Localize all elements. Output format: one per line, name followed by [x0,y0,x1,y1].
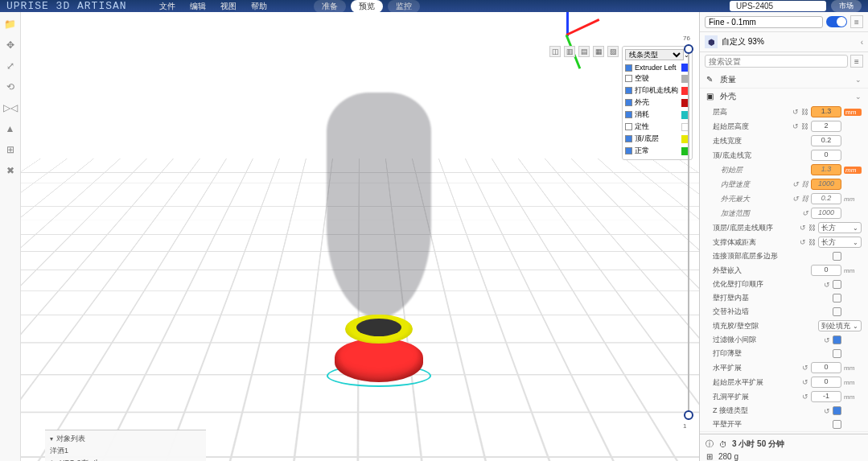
mirror-icon[interactable]: ▷◁ [3,101,18,115]
value-input[interactable]: -1 [811,391,841,402]
value-input[interactable]: 1.3 [811,164,841,175]
chain-icon[interactable]: ⛓ [808,238,816,246]
reset-icon[interactable]: ↺ [792,180,799,188]
printer-name[interactable]: UPS-2405 [730,1,826,11]
legend-item[interactable]: Extruder Left [625,63,689,72]
reset-icon[interactable]: ↺ [802,209,808,217]
legend-item[interactable]: 外壳 [625,97,689,109]
value-input[interactable]: 0 [811,362,841,373]
reset-icon[interactable]: ↺ [824,281,830,289]
menu-edit[interactable]: 编辑 [190,1,206,12]
view-left-icon[interactable]: ▦ [593,46,604,57]
rotate-icon[interactable]: ⟲ [3,80,18,94]
chain-icon[interactable]: ⛓ [801,122,808,130]
axis-x [566,19,599,36]
hamburger-icon[interactable]: ≡ [850,55,863,68]
value-input[interactable]: 1000 [811,208,841,219]
legend-item[interactable]: 空驶 [625,72,689,84]
menu-view[interactable]: 视图 [220,1,237,12]
view-right-icon[interactable]: ▧ [607,46,619,57]
checkbox[interactable] [833,294,841,303]
checkbox[interactable] [833,280,841,289]
support-icon[interactable]: ⊞ [3,142,18,157]
legend-item[interactable]: 消耗 [625,109,689,121]
reset-icon[interactable]: ↺ [824,407,830,415]
section-quality[interactable]: ✎ 质量 ⌄ [700,72,868,88]
dropdown[interactable]: 长方 [818,237,862,248]
back-icon[interactable]: ‹ [861,38,863,47]
checkbox[interactable] [833,252,841,261]
checkbox-icon[interactable] [625,64,632,72]
value-input[interactable]: 0 [811,377,841,388]
menu-icon[interactable]: ≡ [850,15,863,28]
model-preview[interactable] [335,310,423,382]
reset-icon[interactable]: ↺ [800,238,806,246]
layer-slider[interactable]: 76 1 [683,44,694,420]
tab-prepare[interactable]: 准备 [314,0,346,13]
list-item[interactable]: 洋酒1 [50,445,201,457]
value-input[interactable]: 0.2 [811,193,841,204]
value-input[interactable]: 1000 [811,179,841,190]
reset-icon[interactable]: ↺ [792,195,799,203]
slider-top-knob[interactable] [684,44,693,54]
reset-icon[interactable]: ↺ [802,393,808,401]
reset-icon[interactable]: ↺ [792,122,799,130]
value-input[interactable]: 0.2 [811,135,841,146]
dropdown[interactable]: 长方 [818,222,862,233]
value-input[interactable]: 1.3 [811,106,841,117]
value-input[interactable]: 0 [811,265,841,276]
checkbox-icon[interactable] [625,111,632,118]
scale-icon[interactable]: ⤢ [3,59,18,73]
mesh-icon[interactable]: ▲ [3,121,18,136]
marketplace-button[interactable]: 市场 [831,0,862,12]
chain-icon[interactable]: ⛓ [801,108,808,116]
view-front-icon[interactable]: ▥ [564,46,575,57]
checkbox[interactable] [833,420,841,429]
chain-icon[interactable]: ⛓ [801,195,808,203]
slider-bottom-knob[interactable] [684,410,693,420]
dropdown[interactable]: 到处填充 [818,320,862,331]
legend-item[interactable]: 定性 [625,121,689,133]
search-input[interactable] [705,55,848,68]
move-icon[interactable]: ✥ [3,38,18,52]
legend-item[interactable]: 顶/底层 [625,133,689,145]
object-list-title[interactable]: ▾对象列表 [50,433,201,445]
settings-icon[interactable]: ✖ [3,163,18,178]
open-icon[interactable]: 📁 [3,17,18,31]
reset-icon[interactable]: ↺ [800,224,806,232]
color-scheme-select[interactable]: 线条类型 [625,49,684,60]
reset-icon[interactable]: ↺ [792,108,799,116]
list-item[interactable]: ✎UPS-2存.stl [50,457,201,461]
checkbox-icon[interactable] [625,135,632,142]
value-input[interactable]: 0 [811,150,841,161]
tab-preview[interactable]: 预览 [351,0,383,13]
legend-item[interactable]: 正常 [625,145,689,157]
checkbox[interactable] [833,335,841,344]
profile-select[interactable]: Fine - 0.1mm [705,16,823,28]
reset-icon[interactable]: ↺ [802,364,808,372]
checkbox-icon[interactable] [625,147,632,154]
section-shell[interactable]: ▣ 外壳 ⌄ [700,88,868,105]
reset-icon[interactable]: ↺ [824,336,830,344]
viewport[interactable]: ◫ ▥ ▤ ▦ ▧ 线条类型 ⌄ Extruder Left 空驶 打印机走线构… [21,12,699,461]
legend-item[interactable]: 打印机走线构 [625,84,689,97]
menu-help[interactable]: 帮助 [251,1,267,12]
view-iso-icon[interactable]: ◫ [549,46,561,57]
menu-file[interactable]: 文件 [159,1,175,12]
checkbox[interactable] [833,307,841,316]
checkbox-icon[interactable] [625,75,632,82]
checkbox[interactable] [833,349,841,358]
chain-icon[interactable]: ⛓ [808,224,816,232]
checkbox[interactable] [833,406,841,415]
gradual-toggle[interactable] [826,16,847,27]
checkbox-icon[interactable] [625,123,632,130]
tab-monitor[interactable]: 监控 [388,0,420,13]
settings-body[interactable]: ✎ 质量 ⌄ ▣ 外壳 ⌄ 层高↺⛓1.3mm 起始层高度↺⛓2 走线宽度0.2… [700,70,868,434]
checkbox-icon[interactable] [625,87,632,94]
info-icon[interactable]: ⓘ [705,439,714,449]
view-top-icon[interactable]: ▤ [578,46,590,57]
reset-icon[interactable]: ↺ [802,378,808,386]
value-input[interactable]: 2 [811,121,841,132]
chain-icon[interactable]: ⛓ [801,180,808,188]
checkbox-icon[interactable] [625,99,632,106]
